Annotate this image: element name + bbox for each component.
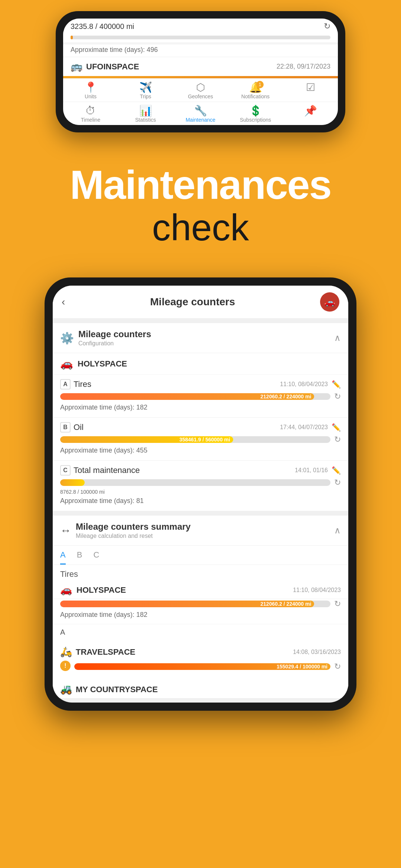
subscriptions-label: Subscriptions [240, 117, 271, 123]
nav-maintenance[interactable]: 🔧 Maintenance [173, 102, 228, 125]
maint-item-total: C Total maintenance 14:01, 01/16 ✏️ [53, 461, 348, 511]
nav-more[interactable]: ☑ [283, 79, 338, 102]
timeline-icon: ⏱ [85, 106, 96, 116]
section2-subtitle: Mileage calculation and reset [76, 533, 190, 539]
section1-header-left: ⚙️ Mileage counters Configuration [60, 329, 151, 347]
tires-progress-label: 212060.2 / 224000 mi [260, 394, 311, 400]
nav-subscriptions[interactable]: 💲 Subscriptions [228, 102, 283, 125]
nav-trips[interactable]: ✈️ Trips [118, 79, 173, 102]
bottom-phone: ‹ Mileage counters 🚗 ⚙️ Mileage counters… [45, 277, 356, 711]
oil-right: 17:44, 04/07/2023 ✏️ [280, 423, 341, 432]
statistics-icon: 📊 [139, 106, 152, 116]
mileage-counters-section: ⚙️ Mileage counters Configuration ∧ 🚗 HO… [53, 323, 348, 511]
tab-b[interactable]: B [77, 550, 82, 565]
tires-refresh-icon[interactable]: ↻ [334, 392, 341, 401]
summary-section-icon: ↔️ [60, 524, 71, 537]
tires-right: 11:10, 08/04/2023 ✏️ [280, 380, 341, 389]
section1-title-wrap: Mileage counters Configuration [78, 329, 151, 347]
tires-badge: A [60, 379, 71, 389]
top-phone-frame: 3235.8 / 400000 mi ↻ Approximate time (d… [56, 11, 345, 132]
summary-refresh-icon[interactable]: ↻ [334, 599, 341, 609]
warn-icon: ! [60, 661, 71, 671]
nav-pin[interactable]: 📌 [283, 102, 338, 125]
summary-progress-track: 212060.2 / 224000 mi [60, 601, 330, 607]
timeline-label: Timeline [81, 117, 100, 123]
tab-a[interactable]: A [60, 550, 66, 565]
nav-row-2: ⏱ Timeline 📊 Statistics 🔧 Maintenance 💲 … [63, 102, 338, 125]
total-refresh-icon[interactable]: ↻ [334, 478, 341, 487]
car-emoji: 🚗 [324, 297, 335, 307]
travelspace-icon: 🛵 [60, 646, 72, 658]
oil-name: Oil [74, 423, 84, 432]
headline-line2: check [22, 207, 379, 248]
section1-chevron[interactable]: ∧ [334, 333, 341, 343]
travelspace-refresh-icon[interactable]: ↻ [334, 662, 341, 671]
travelspace-date: 14:08, 03/16/2023 [293, 649, 341, 655]
tires-approx: Approximate time (days): 182 [60, 404, 341, 411]
travelspace-progress-label: 155029.4 / 100000 mi [277, 664, 327, 670]
car-icon: 🚗 [320, 292, 339, 312]
total-date: 14:01, 01/16 [295, 467, 328, 474]
nav-timeline[interactable]: ⏱ Timeline [63, 102, 118, 125]
bottom-phone-screen: ‹ Mileage counters 🚗 ⚙️ Mileage counters… [53, 286, 348, 703]
nav-statistics[interactable]: 📊 Statistics [118, 102, 173, 125]
mileage-bar-fill [71, 36, 73, 39]
approx-time-top: Approximate time (days): 496 [63, 45, 338, 57]
oil-date: 17:44, 04/07/2023 [280, 424, 328, 431]
section2-title-wrap: Mileage counters summary Mileage calcula… [76, 522, 190, 539]
nav-units[interactable]: 📍 Units [63, 79, 118, 102]
summary-holyspace-name: HOLYSPACE [76, 585, 126, 595]
headline-section: Maintenances check [0, 132, 401, 277]
headline-line1: Maintenances [22, 162, 379, 207]
total-name: Total maintenance [74, 466, 140, 475]
summary-progress-fill: 212060.2 / 224000 mi [60, 601, 314, 607]
mileage-value: 3235.8 / 400000 mi [71, 22, 134, 31]
section1-title: Mileage counters [78, 329, 151, 339]
screen-header: ‹ Mileage counters 🚗 [53, 286, 348, 319]
nav-geofences[interactable]: ⬡ Geofences [173, 79, 228, 102]
oil-progress-label: 358461.9 / 560000 mi [179, 437, 230, 443]
a-sub-label: A [53, 624, 348, 640]
maintenance-icon: 🔧 [194, 106, 207, 116]
summary-holyspace-row: 🚗 HOLYSPACE 11:10, 08/04/2023 [53, 581, 348, 599]
geofences-icon: ⬡ [196, 82, 205, 93]
nav-notifications[interactable]: 🔔 1 Notifications [228, 79, 283, 102]
unit-left: 🚌 UFOINSPACE [71, 61, 139, 72]
oil-badge: B [60, 422, 71, 433]
total-edit-icon[interactable]: ✏️ [332, 466, 341, 475]
nav-row-1: 📍 Units ✈️ Trips ⬡ Geofences 🔔 1 Notific… [63, 78, 338, 102]
more-icon: ☑ [306, 82, 315, 93]
section2-header-left: ↔️ Mileage counters summary Mileage calc… [60, 522, 190, 539]
maintenance-label: Maintenance [186, 117, 215, 123]
mileage-section-icon: ⚙️ [60, 332, 74, 345]
top-phone: 3235.8 / 400000 mi ↻ Approximate time (d… [56, 0, 345, 132]
oil-approx: Approximate time (days): 455 [60, 447, 341, 454]
total-header: C Total maintenance 14:01, 01/16 ✏️ [60, 465, 341, 476]
maint-item-oil: B Oil 17:44, 04/07/2023 ✏️ 3584 [53, 418, 348, 461]
unit-row-top[interactable]: 🚌 UFOINSPACE 22:28, 09/17/2023 [63, 57, 338, 76]
tab-c[interactable]: C [93, 550, 99, 565]
total-prog-value-text: 8762.8 / 100000 mi [60, 489, 341, 495]
oil-edit-icon[interactable]: ✏️ [332, 423, 341, 432]
back-button[interactable]: ‹ [62, 296, 65, 308]
holyspace-unit-entry: 🚗 HOLYSPACE [53, 353, 348, 375]
tires-name: Tires [74, 379, 91, 389]
tires-date: 11:10, 08/04/2023 [280, 381, 328, 388]
section2-chevron[interactable]: ∧ [334, 525, 341, 536]
mileage-bar-track [71, 36, 330, 39]
total-left: C Total maintenance [60, 465, 140, 476]
travelspace-unit-row: 🛵 TRAVELSPACE 14:08, 03/16/2023 [53, 643, 348, 661]
total-approx: Approximate time (days): 81 [60, 497, 341, 505]
top-phone-screen: 3235.8 / 400000 mi ↻ Approximate time (d… [63, 19, 338, 125]
travelspace-progress-fill: 155029.4 / 100000 mi [74, 663, 330, 670]
summary-prog-row: 212060.2 / 224000 mi ↻ [60, 599, 341, 609]
summary-holyspace-icon: 🚗 [60, 584, 72, 596]
travelspace-warn-row: ! [60, 661, 71, 671]
summary-tabs: A B C [53, 546, 348, 565]
tires-edit-icon[interactable]: ✏️ [332, 380, 341, 389]
refresh-icon[interactable]: ↻ [324, 22, 330, 31]
tires-category-label: Tires [53, 565, 348, 581]
mileage-header: 3235.8 / 400000 mi ↻ [63, 19, 338, 34]
oil-refresh-icon[interactable]: ↻ [334, 435, 341, 444]
geofences-label: Geofences [188, 93, 213, 99]
